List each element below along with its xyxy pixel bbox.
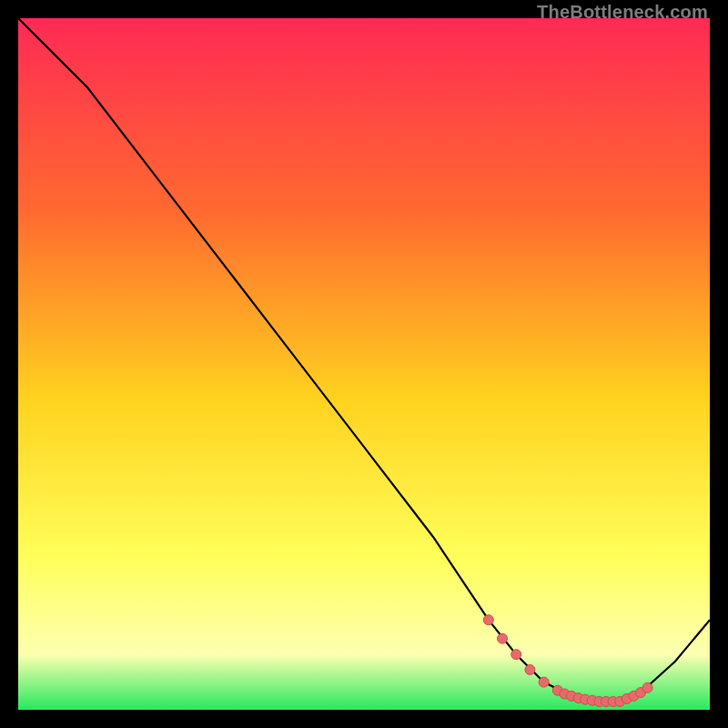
trough-marker bbox=[483, 615, 493, 625]
trough-marker bbox=[525, 664, 535, 674]
trough-markers bbox=[483, 615, 652, 707]
trough-marker bbox=[498, 633, 508, 643]
trough-marker bbox=[539, 677, 549, 687]
curve-layer bbox=[18, 18, 710, 710]
bottleneck-curve bbox=[18, 18, 710, 702]
trough-marker bbox=[642, 682, 652, 693]
trough-marker bbox=[511, 650, 521, 660]
chart-stage: TheBottleneck.com bbox=[0, 0, 728, 728]
plot-area bbox=[18, 18, 710, 710]
watermark-text: TheBottleneck.com bbox=[537, 2, 708, 23]
